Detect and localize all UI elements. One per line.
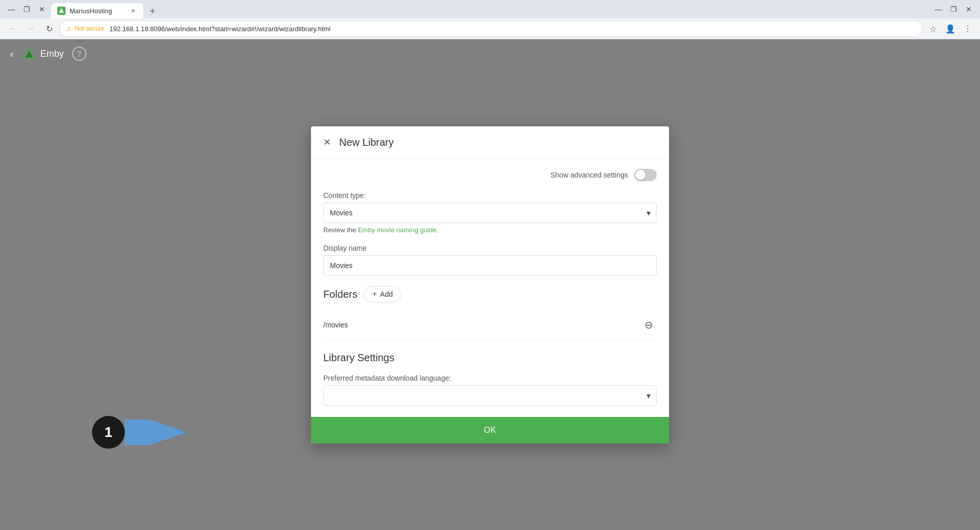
add-icon: + [372, 290, 377, 299]
content-type-group: Content type: Movies TV Shows Music Book… [323, 191, 657, 234]
star-button[interactable]: ☆ [925, 20, 941, 37]
folders-header: Folders + Add [323, 286, 657, 302]
metadata-language-label: Preferred metadata download language: [323, 374, 657, 382]
restore-button[interactable]: ❐ [19, 2, 34, 16]
metadata-language-group: Preferred metadata download language: ▾ [323, 374, 657, 406]
display-name-input[interactable] [323, 255, 657, 276]
content-type-select-wrapper: Movies TV Shows Music Books Photos Home … [323, 203, 657, 223]
folders-title: Folders [323, 289, 358, 300]
modal-close-button[interactable]: ✕ [321, 135, 333, 150]
tab-favicon [57, 7, 65, 15]
minimize-button[interactable]: — [4, 2, 18, 16]
address-bar[interactable]: ⚠ Not secure 192.168.1.18:8096/web/index… [59, 20, 923, 37]
ok-button[interactable]: OK [311, 417, 669, 444]
naming-guide-link[interactable]: Emby movie naming guide [358, 226, 436, 234]
add-folder-button[interactable]: + Add [364, 286, 402, 302]
annotation-number-circle: 1 [92, 416, 125, 449]
advanced-settings-toggle[interactable] [634, 169, 657, 181]
more-button[interactable]: ⋮ [960, 20, 976, 37]
browser-chrome: — ❐ ✕ MariusHosting ✕ + — ❐ [0, 0, 980, 39]
modal-footer: OK [311, 417, 669, 444]
refresh-button[interactable]: ↻ [41, 20, 57, 37]
address-text: 192.168.1.18:8096/web/index.html?start=w… [109, 25, 330, 33]
new-library-modal: ✕ New Library Show advanced settings Con… [311, 126, 669, 444]
tab-close-button[interactable]: ✕ [129, 7, 137, 15]
metadata-language-select-wrapper: ▾ [323, 385, 657, 406]
content-type-select[interactable]: Movies TV Shows Music Books Photos Home … [323, 203, 657, 223]
library-settings-section: Library Settings Preferred metadata down… [323, 352, 657, 417]
window-restore-button[interactable]: ❐ [946, 2, 961, 16]
modal-body[interactable]: Show advanced settings Content type: Mov… [311, 159, 669, 417]
toggle-knob [635, 170, 645, 180]
annotation-arrow [125, 419, 186, 445]
browser-tab[interactable]: MariusHosting ✕ [51, 3, 143, 18]
modal-title: New Library [339, 137, 394, 148]
naming-guide-text: Review the Emby movie naming guide. [323, 226, 657, 234]
content-type-label: Content type: [323, 191, 657, 200]
window-minimize-button[interactable]: — [931, 2, 945, 16]
back-button[interactable]: ← [4, 20, 20, 37]
close-button[interactable]: ✕ [35, 2, 49, 16]
profile-button[interactable]: 👤 [942, 20, 959, 37]
modal-overlay: ✕ New Library Show advanced settings Con… [0, 39, 980, 530]
metadata-language-select[interactable] [323, 385, 657, 406]
folder-path: /movies [323, 321, 348, 329]
page-background: ‹ Emby ? ✕ New Library Show advanced set… [0, 39, 980, 530]
security-icon: ⚠ [66, 25, 72, 32]
display-name-group: Display name [323, 244, 657, 276]
forward-button[interactable]: → [23, 20, 39, 37]
window-close-button[interactable]: ✕ [962, 2, 976, 16]
advanced-settings-label: Show advanced settings [550, 171, 628, 179]
folders-section: Folders + Add /movies ⊖ [323, 286, 657, 340]
modal-header: ✕ New Library [311, 126, 669, 159]
security-label: Not secure [75, 25, 104, 32]
annotation-container: 1 [92, 416, 186, 449]
remove-folder-button[interactable]: ⊖ [640, 317, 657, 333]
advanced-settings-row: Show advanced settings [323, 169, 657, 181]
folder-item: /movies ⊖ [323, 311, 657, 340]
country-label: Country: [323, 416, 657, 417]
svg-marker-0 [59, 8, 64, 13]
library-settings-title: Library Settings [323, 352, 657, 364]
new-tab-button[interactable]: + [145, 4, 160, 18]
display-name-label: Display name [323, 244, 657, 252]
add-button-label: Add [380, 290, 393, 298]
naming-guide-suffix: . [436, 226, 438, 234]
country-group: Country: ▾ [323, 416, 657, 417]
annotation-number: 1 [104, 424, 113, 440]
naming-guide-prefix: Review the [323, 226, 358, 234]
tab-title: MariusHosting [70, 7, 112, 15]
